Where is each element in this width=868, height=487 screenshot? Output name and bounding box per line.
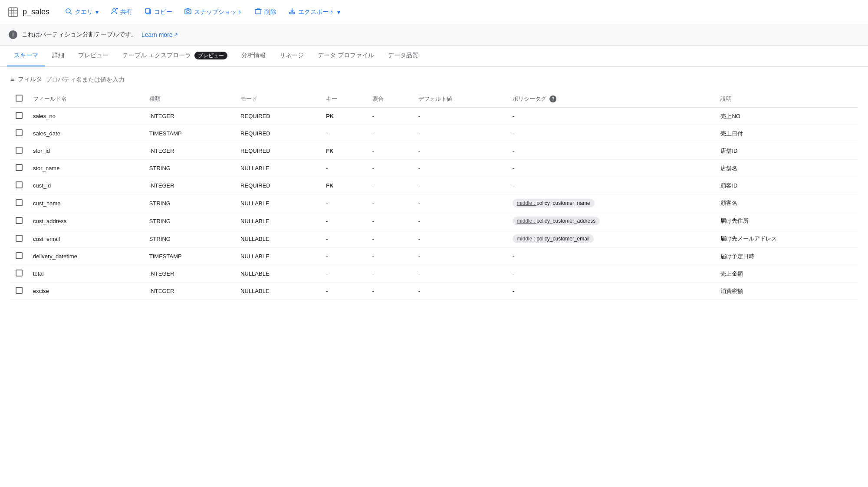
tab-preview[interactable]: プレビュー — [71, 46, 115, 66]
policy-tag-help-icon[interactable]: ? — [549, 95, 556, 102]
row-checkbox-7[interactable] — [16, 235, 23, 242]
tab-details[interactable]: 詳細 — [45, 46, 71, 66]
field-default-cell: - — [413, 265, 507, 283]
field-default-cell: - — [413, 212, 507, 230]
field-key-cell: - — [321, 194, 367, 212]
row-checkbox-4[interactable] — [16, 181, 23, 188]
field-name-cell: cust_name — [28, 194, 144, 212]
svg-point-13 — [187, 10, 189, 13]
svg-point-5 — [66, 9, 70, 13]
export-button[interactable]: エクスポート ▾ — [283, 5, 345, 19]
table-row: delivery_datetimeTIMESTAMPNULLABLE----届け… — [10, 248, 858, 265]
row-checkbox-cell — [10, 194, 28, 212]
row-checkbox-cell — [10, 108, 28, 125]
field-mode-cell: REQUIRED — [235, 108, 321, 125]
field-description-cell: 顧客ID — [715, 177, 858, 194]
row-checkbox-cell — [10, 212, 28, 230]
main-content: ≡ フィルタ フィールド名 種類 モード キー 照合 デフォルト値 ポリシータグ… — [0, 67, 868, 309]
field-policy-tag-cell: - — [507, 265, 716, 283]
query-button[interactable]: クエリ ▾ — [60, 5, 104, 19]
policy-tag-value: policy_customer_name — [536, 200, 590, 206]
query-icon — [65, 8, 72, 16]
row-checkbox-5[interactable] — [16, 199, 23, 206]
delete-icon — [255, 8, 262, 16]
row-checkbox-6[interactable] — [16, 217, 23, 224]
field-policy-tag-cell: middle : policy_customer_email — [507, 230, 716, 248]
copy-button[interactable]: コピー — [139, 5, 178, 19]
policy-tag: middle : policy_customer_name — [513, 199, 595, 207]
page-title: p_sales — [23, 7, 49, 16]
field-name-cell: delivery_datetime — [28, 248, 144, 265]
delete-button[interactable]: 削除 — [250, 5, 282, 19]
field-key-cell: FK — [321, 177, 367, 194]
tab-table-explorer[interactable]: テーブル エクスプローラ プレビュー — [115, 46, 234, 66]
field-collation-cell: - — [367, 194, 413, 212]
col-key: キー — [321, 90, 367, 108]
field-key-cell: - — [321, 212, 367, 230]
field-name-cell: sales_no — [28, 108, 144, 125]
row-checkbox-0[interactable] — [16, 112, 23, 119]
field-type-cell: STRING — [144, 230, 235, 248]
field-policy-tag-cell: - — [507, 142, 716, 160]
table-row: stor_nameSTRINGNULLABLE----店舗名 — [10, 160, 858, 177]
table-row: cust_idINTEGERREQUIREDFK---顧客ID — [10, 177, 858, 194]
row-checkbox-3[interactable] — [16, 164, 23, 171]
policy-tag-name[interactable]: middle : — [517, 236, 536, 242]
field-policy-tag-cell: middle : policy_customer_address — [507, 212, 716, 230]
row-checkbox-10[interactable] — [16, 287, 23, 294]
field-policy-tag-cell: - — [507, 177, 716, 194]
tab-badge: プレビュー — [194, 52, 227, 59]
row-checkbox-9[interactable] — [16, 270, 23, 276]
row-checkbox-cell — [10, 142, 28, 160]
field-name-cell: cust_id — [28, 177, 144, 194]
field-policy-tag-cell: middle : policy_customer_name — [507, 194, 716, 212]
field-description-cell: 届け先メールアドレス — [715, 230, 858, 248]
header-actions: クエリ ▾ 共有 コピー スナップショット — [60, 5, 345, 19]
field-name-cell: stor_name — [28, 160, 144, 177]
info-banner: i これはパーティション分割テーブルです。 Learn more ↗ — [0, 24, 868, 46]
tab-lineage[interactable]: リネージ — [273, 46, 311, 66]
policy-tag-name[interactable]: middle : — [517, 218, 536, 224]
field-description-cell: 届け先住所 — [715, 212, 858, 230]
field-default-cell: - — [413, 248, 507, 265]
filter-input[interactable] — [46, 76, 858, 83]
tab-schema[interactable]: スキーマ — [7, 46, 45, 66]
row-checkbox-1[interactable] — [16, 129, 23, 136]
learn-more-link[interactable]: Learn more ↗ — [141, 31, 178, 38]
export-icon — [289, 8, 296, 16]
tab-analytics[interactable]: 分析情報 — [234, 46, 273, 66]
field-default-cell: - — [413, 230, 507, 248]
header-checkbox[interactable] — [16, 95, 23, 102]
table-row: exciseINTEGERNULLABLE----消費税額 — [10, 283, 858, 300]
field-key-cell: - — [321, 125, 367, 142]
policy-tag-name[interactable]: middle : — [517, 200, 536, 206]
copy-icon — [145, 8, 151, 16]
table-row: sales_dateTIMESTAMPREQUIRED----売上日付 — [10, 125, 858, 142]
field-name-cell: sales_date — [28, 125, 144, 142]
svg-rect-12 — [185, 9, 191, 14]
row-checkbox-8[interactable] — [16, 252, 23, 259]
tab-data-quality[interactable]: データ品質 — [381, 46, 425, 66]
share-button[interactable]: 共有 — [105, 5, 138, 19]
svg-point-7 — [113, 9, 115, 11]
table-row: cust_nameSTRINGNULLABLE---middle : polic… — [10, 194, 858, 212]
snapshot-button[interactable]: スナップショット — [179, 5, 248, 19]
row-checkbox-2[interactable] — [16, 147, 23, 154]
svg-rect-11 — [145, 9, 150, 13]
field-type-cell: INTEGER — [144, 108, 235, 125]
tab-data-profile[interactable]: データ プロファイル — [311, 46, 381, 66]
filter-icon: ≡ — [10, 76, 14, 83]
field-type-cell: INTEGER — [144, 283, 235, 300]
field-name-cell: stor_id — [28, 142, 144, 160]
tabs: スキーマ 詳細 プレビュー テーブル エクスプローラ プレビュー 分析情報 リネ… — [0, 46, 868, 67]
info-icon: i — [9, 30, 17, 39]
field-collation-cell: - — [367, 177, 413, 194]
policy-tag-value: policy_customer_email — [536, 236, 589, 242]
field-key-cell: PK — [321, 108, 367, 125]
field-default-cell: - — [413, 125, 507, 142]
field-name-cell: cust_address — [28, 212, 144, 230]
row-checkbox-cell — [10, 248, 28, 265]
field-name-cell: cust_email — [28, 230, 144, 248]
col-type: 種類 — [144, 90, 235, 108]
info-text: これはパーティション分割テーブルです。 — [22, 31, 137, 39]
